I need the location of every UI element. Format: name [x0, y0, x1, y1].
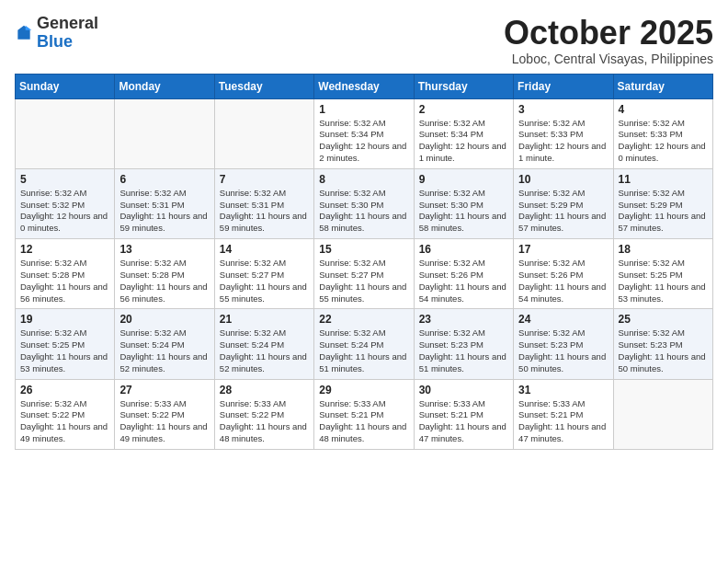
date-number: 29	[319, 384, 408, 396]
calendar-cell: 20Sunrise: 5:32 AM Sunset: 5:24 PM Dayli…	[115, 309, 214, 379]
calendar-header-row: SundayMondayTuesdayWednesdayThursdayFrid…	[16, 74, 713, 98]
calendar-cell: 2Sunrise: 5:32 AM Sunset: 5:34 PM Daylig…	[414, 98, 513, 168]
date-number: 14	[220, 243, 309, 256]
date-number: 18	[619, 243, 708, 256]
cell-info: Sunrise: 5:32 AM Sunset: 5:24 PM Dayligh…	[119, 327, 209, 374]
calendar-cell: 12Sunrise: 5:32 AM Sunset: 5:28 PM Dayli…	[16, 239, 115, 309]
logo-blue-text: Blue	[37, 32, 73, 51]
cell-info: Sunrise: 5:32 AM Sunset: 5:34 PM Dayligh…	[319, 118, 408, 165]
calendar-cell: 25Sunrise: 5:32 AM Sunset: 5:23 PM Dayli…	[613, 309, 712, 379]
calendar-cell	[16, 98, 115, 168]
logo-general-text: General	[37, 14, 98, 32]
calendar-cell: 8Sunrise: 5:32 AM Sunset: 5:30 PM Daylig…	[314, 168, 414, 238]
calendar-cell: 16Sunrise: 5:32 AM Sunset: 5:26 PM Dayli…	[414, 239, 513, 309]
calendar-cell: 10Sunrise: 5:32 AM Sunset: 5:29 PM Dayli…	[514, 168, 613, 238]
date-number: 24	[518, 313, 608, 326]
logo-icon	[15, 24, 33, 42]
date-number: 30	[419, 384, 508, 396]
cell-info: Sunrise: 5:33 AM Sunset: 5:21 PM Dayligh…	[319, 398, 408, 445]
cell-info: Sunrise: 5:32 AM Sunset: 5:31 PM Dayligh…	[119, 188, 209, 235]
date-number: 22	[319, 313, 408, 326]
day-header-wednesday: Wednesday	[314, 74, 414, 98]
calendar-cell: 22Sunrise: 5:32 AM Sunset: 5:24 PM Dayli…	[314, 309, 414, 379]
cell-info: Sunrise: 5:33 AM Sunset: 5:22 PM Dayligh…	[220, 398, 309, 445]
title-area: October 2025 Loboc, Central Visayas, Phi…	[504, 15, 713, 66]
date-number: 31	[518, 384, 608, 396]
cell-info: Sunrise: 5:32 AM Sunset: 5:25 PM Dayligh…	[619, 258, 708, 304]
calendar-cell: 14Sunrise: 5:32 AM Sunset: 5:27 PM Dayli…	[214, 239, 313, 309]
day-header-friday: Friday	[514, 74, 613, 98]
date-number: 9	[419, 173, 508, 186]
cell-info: Sunrise: 5:32 AM Sunset: 5:26 PM Dayligh…	[419, 258, 508, 304]
date-number: 17	[518, 243, 608, 256]
calendar-week-1: 1Sunrise: 5:32 AM Sunset: 5:34 PM Daylig…	[16, 98, 713, 168]
date-number: 5	[20, 173, 109, 186]
date-number: 23	[419, 313, 508, 326]
date-number: 25	[619, 313, 708, 326]
date-number: 21	[220, 313, 309, 326]
date-number: 26	[20, 384, 109, 396]
cell-info: Sunrise: 5:32 AM Sunset: 5:30 PM Dayligh…	[319, 188, 408, 235]
calendar-cell: 3Sunrise: 5:32 AM Sunset: 5:33 PM Daylig…	[514, 98, 613, 168]
date-number: 6	[119, 173, 209, 186]
cell-info: Sunrise: 5:33 AM Sunset: 5:21 PM Dayligh…	[419, 398, 508, 445]
svg-marker-1	[26, 25, 32, 29]
cell-info: Sunrise: 5:32 AM Sunset: 5:27 PM Dayligh…	[220, 258, 309, 304]
cell-info: Sunrise: 5:32 AM Sunset: 5:22 PM Dayligh…	[20, 398, 109, 445]
cell-info: Sunrise: 5:32 AM Sunset: 5:23 PM Dayligh…	[619, 327, 708, 374]
calendar-cell: 27Sunrise: 5:33 AM Sunset: 5:22 PM Dayli…	[115, 379, 214, 449]
calendar-cell	[613, 379, 712, 449]
cell-info: Sunrise: 5:32 AM Sunset: 5:33 PM Dayligh…	[518, 118, 608, 165]
cell-info: Sunrise: 5:32 AM Sunset: 5:34 PM Dayligh…	[419, 118, 508, 165]
date-number: 7	[220, 173, 309, 186]
calendar-cell: 5Sunrise: 5:32 AM Sunset: 5:32 PM Daylig…	[16, 168, 115, 238]
cell-info: Sunrise: 5:32 AM Sunset: 5:28 PM Dayligh…	[119, 258, 209, 304]
calendar-cell: 17Sunrise: 5:32 AM Sunset: 5:26 PM Dayli…	[514, 239, 613, 309]
date-number: 8	[319, 173, 408, 186]
date-number: 1	[319, 103, 408, 116]
date-number: 13	[119, 243, 209, 256]
calendar-cell: 29Sunrise: 5:33 AM Sunset: 5:21 PM Dayli…	[314, 379, 414, 449]
calendar-cell: 15Sunrise: 5:32 AM Sunset: 5:27 PM Dayli…	[314, 239, 414, 309]
calendar-cell: 28Sunrise: 5:33 AM Sunset: 5:22 PM Dayli…	[214, 379, 313, 449]
cell-info: Sunrise: 5:32 AM Sunset: 5:24 PM Dayligh…	[220, 327, 309, 374]
cell-info: Sunrise: 5:33 AM Sunset: 5:21 PM Dayligh…	[518, 398, 608, 445]
calendar-cell: 6Sunrise: 5:32 AM Sunset: 5:31 PM Daylig…	[115, 168, 214, 238]
cell-info: Sunrise: 5:32 AM Sunset: 5:29 PM Dayligh…	[518, 188, 608, 235]
cell-info: Sunrise: 5:32 AM Sunset: 5:25 PM Dayligh…	[20, 327, 109, 374]
calendar-cell	[115, 98, 214, 168]
date-number: 10	[518, 173, 608, 186]
date-number: 27	[119, 384, 209, 396]
calendar-cell: 4Sunrise: 5:32 AM Sunset: 5:33 PM Daylig…	[613, 98, 712, 168]
calendar-cell: 23Sunrise: 5:32 AM Sunset: 5:23 PM Dayli…	[414, 309, 513, 379]
cell-info: Sunrise: 5:32 AM Sunset: 5:31 PM Dayligh…	[220, 188, 309, 235]
calendar-week-5: 26Sunrise: 5:32 AM Sunset: 5:22 PM Dayli…	[16, 379, 713, 449]
date-number: 15	[319, 243, 408, 256]
page-header: General Blue October 2025 Loboc, Central…	[15, 15, 713, 66]
calendar-cell: 19Sunrise: 5:32 AM Sunset: 5:25 PM Dayli…	[16, 309, 115, 379]
calendar-week-4: 19Sunrise: 5:32 AM Sunset: 5:25 PM Dayli…	[16, 309, 713, 379]
logo: General Blue	[15, 15, 98, 52]
cell-info: Sunrise: 5:32 AM Sunset: 5:23 PM Dayligh…	[518, 327, 608, 374]
calendar-cell	[214, 98, 313, 168]
day-header-tuesday: Tuesday	[214, 74, 313, 98]
date-number: 20	[119, 313, 209, 326]
calendar-cell: 24Sunrise: 5:32 AM Sunset: 5:23 PM Dayli…	[514, 309, 613, 379]
calendar-cell: 30Sunrise: 5:33 AM Sunset: 5:21 PM Dayli…	[414, 379, 513, 449]
calendar-cell: 11Sunrise: 5:32 AM Sunset: 5:29 PM Dayli…	[613, 168, 712, 238]
calendar-cell: 31Sunrise: 5:33 AM Sunset: 5:21 PM Dayli…	[514, 379, 613, 449]
calendar-week-2: 5Sunrise: 5:32 AM Sunset: 5:32 PM Daylig…	[16, 168, 713, 238]
calendar-cell: 9Sunrise: 5:32 AM Sunset: 5:30 PM Daylig…	[414, 168, 513, 238]
cell-info: Sunrise: 5:32 AM Sunset: 5:24 PM Dayligh…	[319, 327, 408, 374]
calendar-cell: 1Sunrise: 5:32 AM Sunset: 5:34 PM Daylig…	[314, 98, 414, 168]
cell-info: Sunrise: 5:32 AM Sunset: 5:23 PM Dayligh…	[419, 327, 508, 374]
day-header-thursday: Thursday	[414, 74, 513, 98]
calendar-cell: 18Sunrise: 5:32 AM Sunset: 5:25 PM Dayli…	[613, 239, 712, 309]
calendar-cell: 26Sunrise: 5:32 AM Sunset: 5:22 PM Dayli…	[16, 379, 115, 449]
date-number: 11	[619, 173, 708, 186]
cell-info: Sunrise: 5:33 AM Sunset: 5:22 PM Dayligh…	[119, 398, 209, 445]
cell-info: Sunrise: 5:32 AM Sunset: 5:28 PM Dayligh…	[20, 258, 109, 304]
date-number: 19	[20, 313, 109, 326]
month-title: October 2025	[504, 15, 713, 52]
calendar-table: SundayMondayTuesdayWednesdayThursdayFrid…	[15, 74, 713, 450]
